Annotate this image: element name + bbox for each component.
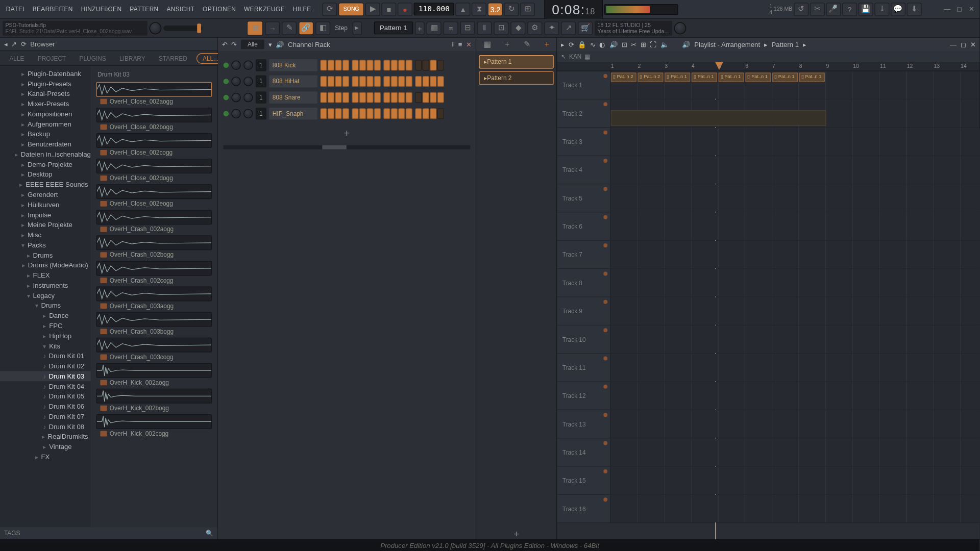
tree-item[interactable]: ▸ EEEE EEEE Sounds: [0, 180, 91, 190]
step-button[interactable]: [335, 92, 341, 103]
step-button[interactable]: [415, 92, 422, 103]
channel-mixer-track[interactable]: 1: [256, 108, 266, 120]
step-button[interactable]: [391, 76, 398, 87]
menu-hinzufuegen[interactable]: HINZUFüGEN: [78, 5, 125, 14]
metronome-icon[interactable]: ▲: [456, 3, 471, 16]
tree-item[interactable]: ♪ Drum Kit 01: [0, 351, 91, 361]
playlist-clip[interactable]: ▯ Pat..n 2: [638, 72, 663, 82]
pl-max-icon[interactable]: ◻: [961, 41, 966, 48]
step-button[interactable]: [406, 76, 412, 87]
step-button[interactable]: [383, 76, 390, 87]
step-button[interactable]: [366, 60, 373, 70]
step-button[interactable]: [430, 76, 436, 87]
pp-add-bottom-icon[interactable]: +: [513, 529, 519, 539]
track-lane[interactable]: [611, 354, 979, 381]
step-button[interactable]: [359, 92, 366, 103]
channel-scroll[interactable]: [224, 145, 471, 149]
step-button[interactable]: [352, 60, 358, 70]
sample-item[interactable]: OverH_Crash_002bogg: [96, 235, 212, 259]
track-lane[interactable]: [611, 467, 979, 494]
tree-item[interactable]: ▸ HipHop: [0, 331, 91, 341]
step-button[interactable]: [415, 108, 422, 119]
tree-item[interactable]: ♪ Drum Kit 08: [0, 421, 91, 432]
pl-min-icon[interactable]: —: [950, 41, 957, 48]
track-header[interactable]: Track 4: [557, 156, 610, 184]
tree-item[interactable]: ▸ FX: [0, 452, 91, 462]
step-button[interactable]: [359, 60, 366, 70]
tree-item[interactable]: ▸ Drums (ModeAudio): [0, 260, 91, 270]
pl-t3-icon[interactable]: 🔊: [609, 41, 618, 48]
channel-name-button[interactable]: 808 HiHat: [269, 76, 317, 88]
step-button[interactable]: [430, 108, 436, 119]
menu-hilfe[interactable]: HILFE: [289, 5, 314, 14]
tree-item[interactable]: ▸ Instruments: [0, 281, 91, 291]
tree-item[interactable]: ▸ Benutzerdaten: [0, 139, 91, 149]
step-button[interactable]: [406, 108, 412, 119]
pl-t2-icon[interactable]: ◐: [599, 41, 605, 48]
view-chrack-icon[interactable]: ⊟: [460, 21, 475, 35]
browser-fwd-icon[interactable]: ↗: [11, 40, 17, 47]
browser-back-icon[interactable]: ◂: [4, 40, 8, 47]
window-min-icon[interactable]: —: [942, 5, 952, 14]
step-edit-icon[interactable]: ⊞: [520, 3, 535, 16]
step-button[interactable]: [335, 76, 341, 87]
track-lane[interactable]: [611, 297, 979, 325]
tree-item[interactable]: ▸ Demo-Projekte: [0, 159, 91, 169]
master-volume-knob[interactable]: [150, 22, 162, 34]
tree-item[interactable]: ♪ Drum Kit 03: [0, 371, 91, 382]
channel-vol-knob[interactable]: [243, 93, 253, 102]
history-icon[interactable]: ↺: [794, 3, 808, 16]
tree-item[interactable]: ▸ Vintage: [0, 442, 91, 452]
tree-item[interactable]: ▸ Backup: [0, 129, 91, 139]
track-header[interactable]: Track 15: [557, 467, 610, 494]
browser-tab-library[interactable]: LIBRARY: [115, 53, 149, 63]
ch-menu-icon[interactable]: ▾: [268, 41, 272, 48]
ch-back-icon[interactable]: ↶: [222, 41, 228, 48]
tree-item[interactable]: ♪ Drum Kit 02: [0, 361, 91, 371]
tree-item[interactable]: ♪ Drum Kit 06: [0, 402, 91, 412]
sample-item[interactable]: OverH_Kick_002aogg: [96, 363, 212, 387]
pattern-add[interactable]: +: [415, 21, 424, 35]
pl-t6-icon[interactable]: ⊞: [641, 41, 646, 48]
chat-icon[interactable]: 💬: [891, 3, 905, 16]
step-button[interactable]: [352, 76, 358, 87]
tool-b[interactable]: ✦: [544, 21, 559, 35]
channel-pan-knob[interactable]: [231, 93, 240, 102]
track-lane[interactable]: [611, 184, 979, 212]
step-button[interactable]: [320, 76, 327, 87]
track-lane[interactable]: [611, 212, 979, 240]
step-button[interactable]: [342, 76, 349, 87]
step-button[interactable]: [437, 92, 444, 103]
track-header[interactable]: Track 10: [557, 325, 610, 353]
track-lane[interactable]: [611, 325, 979, 353]
window-close-icon[interactable]: ✕: [966, 5, 977, 14]
tree-item[interactable]: ▸ Meine Projekte: [0, 220, 91, 230]
track-header[interactable]: Track 5: [557, 184, 610, 212]
step-button[interactable]: [437, 76, 444, 87]
pp-grid-icon[interactable]: ▦: [483, 40, 491, 49]
chrack-close-icon[interactable]: ✕: [466, 41, 472, 48]
view-browser-icon[interactable]: ⊡: [494, 21, 509, 35]
browser-tab-project[interactable]: PROJECT: [34, 53, 70, 63]
pl-tool-b[interactable]: ▦: [584, 53, 591, 60]
master-pitch-slider[interactable]: [163, 25, 202, 31]
tree-item[interactable]: ▾ Packs: [0, 240, 91, 251]
step-button[interactable]: [391, 92, 398, 103]
menu-ansicht[interactable]: ANSICHT: [163, 5, 198, 14]
pl-t4-icon[interactable]: ⊡: [622, 41, 627, 48]
ch-fwd-icon[interactable]: ↷: [231, 41, 237, 48]
step-button[interactable]: [320, 108, 327, 119]
tools-icon[interactable]: ✂: [810, 3, 824, 16]
browser-file-list[interactable]: Drum Kit 03 OverH_Close_002aoggOverH_Clo…: [91, 66, 217, 527]
playlist-clip[interactable]: ▯ Pat..n 2: [611, 72, 636, 82]
step-button[interactable]: [335, 60, 341, 70]
step-button[interactable]: [423, 76, 429, 87]
time-display[interactable]: 0:08:18: [545, 0, 603, 19]
track-header[interactable]: Track 6: [557, 212, 610, 240]
channel-filter[interactable]: Alle: [241, 40, 264, 49]
tree-item[interactable]: ▸ Dance: [0, 311, 91, 321]
step-button[interactable]: [398, 60, 405, 70]
playlist-clip[interactable]: ▯ Pat..n 1: [692, 72, 717, 82]
channel-vol-knob[interactable]: [243, 61, 253, 70]
sample-item[interactable]: OverH_Crash_003cogg: [96, 338, 212, 362]
